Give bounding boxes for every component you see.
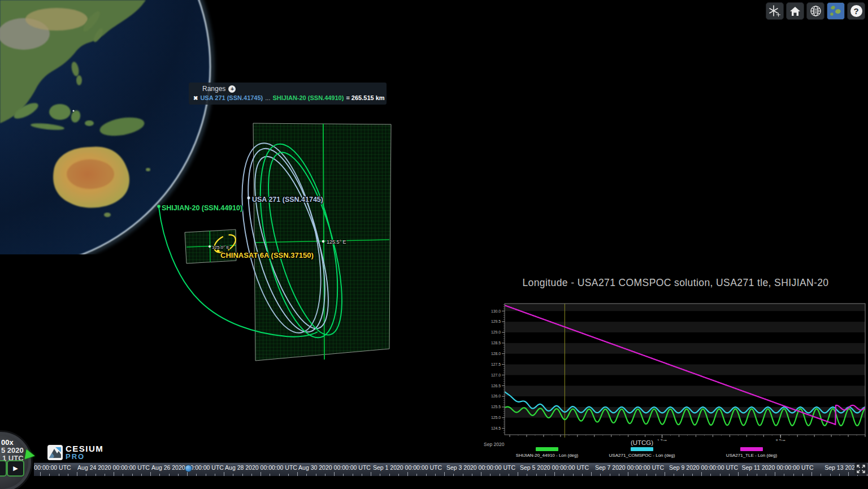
cesium-logo-icon xyxy=(47,445,63,460)
timeline-minor-tick xyxy=(105,474,105,476)
timeline-minor-tick xyxy=(123,474,123,476)
shijian20-label: SHIJIAN-20 (SSN.44910) xyxy=(162,204,242,212)
timeline-minor-tick xyxy=(830,474,831,476)
timeline-minor-tick xyxy=(720,474,721,476)
view-toolbar: ? xyxy=(766,2,865,20)
svg-text:130.0: 130.0 xyxy=(491,309,501,313)
timeline-tick-label: Aug 24 2020 00:00:00 UTC xyxy=(77,464,150,471)
timeline-minor-tick xyxy=(600,474,601,476)
x-axis-start-label: Sep 2020 xyxy=(484,442,504,447)
sparkle-button[interactable] xyxy=(766,2,784,20)
timeline-day-tick xyxy=(334,472,335,476)
legend-item-comspoc[interactable]: USA271_COMSPOC - Lon (deg) xyxy=(594,447,690,458)
brand-sub: PRO xyxy=(66,453,103,460)
timeline-tick-label: Sep 5 2020 00:00:00 UTC xyxy=(520,464,589,471)
svg-text:128.5: 128.5 xyxy=(491,341,501,345)
timeline-minor-tick xyxy=(398,474,399,476)
timeline-minor-tick xyxy=(316,474,316,476)
timeline-minor-tick xyxy=(426,474,427,476)
timeline-day-tick xyxy=(701,472,702,476)
svg-text:129.0: 129.0 xyxy=(491,330,501,334)
timeline-minor-tick xyxy=(527,474,527,476)
usa271-marker[interactable]: USA 271 (SSN.41745) xyxy=(247,196,323,204)
ranges-title: Ranges xyxy=(202,85,225,93)
base-layer-picker-button[interactable] xyxy=(827,2,845,20)
legend-label-comspoc: USA271_COMSPOC - Lon (deg) xyxy=(609,453,675,458)
timeline-minor-tick xyxy=(343,474,344,476)
svg-text:125.0° E: 125.0° E xyxy=(212,245,229,250)
timeline-minor-tick xyxy=(646,474,647,476)
svg-text:125.0: 125.0 xyxy=(491,416,501,419)
timeline-minor-tick xyxy=(619,474,619,476)
timeline-minor-tick xyxy=(536,474,537,476)
range-value: = 265.515 km xyxy=(346,94,384,101)
lon-marker-small: 125.0° E xyxy=(209,245,229,250)
chinasat-marker[interactable]: CHINASAT 6A (SSN.37150) xyxy=(216,249,313,259)
legend-label-shijian: SHIJIAN-20_44910 - Lon (deg) xyxy=(516,453,578,458)
globe-view-button[interactable] xyxy=(806,2,824,20)
svg-text:125.5° E: 125.5° E xyxy=(327,239,346,245)
timeline-minor-tick xyxy=(610,474,610,476)
range-entry: ✖ USA 271 (SSN.41745) ... SHIJIAN-20 (SS… xyxy=(193,94,382,101)
remove-range-icon[interactable]: ✖ xyxy=(193,95,198,101)
help-button[interactable]: ? xyxy=(847,2,865,20)
fullscreen-button[interactable] xyxy=(854,463,867,475)
timeline-minor-tick xyxy=(325,474,326,476)
timeline-minor-tick xyxy=(793,474,794,476)
timeline-minor-tick xyxy=(86,474,86,476)
timeline-tick-label: 00:00:00 UTC xyxy=(34,464,71,471)
timeline-scrubber[interactable] xyxy=(185,465,192,472)
svg-text:124.5: 124.5 xyxy=(491,426,501,430)
legend-swatch-shijian xyxy=(536,447,558,451)
timeline-day-tick xyxy=(628,472,628,476)
timeline-minor-tick xyxy=(729,474,730,476)
longitude-chart[interactable]: 130.0129.5129.0128.5128.0127.5127.0126.5… xyxy=(483,298,868,441)
timeline-day-tick xyxy=(518,472,518,476)
svg-text:127.5: 127.5 xyxy=(491,362,501,366)
timeline-minor-tick xyxy=(59,474,59,476)
svg-text:126.5: 126.5 xyxy=(491,384,501,388)
home-button[interactable] xyxy=(786,2,804,20)
timeline-tick-label: Sep 13 2020 xyxy=(824,464,858,471)
shuttle-ring-pointer[interactable] xyxy=(25,449,36,461)
pause-button[interactable] xyxy=(0,460,7,477)
timeline-minor-tick xyxy=(839,474,840,476)
cesium-logo[interactable]: CESIUM PRO xyxy=(47,445,103,460)
timeline-minor-tick xyxy=(96,474,96,476)
timeline-day-tick xyxy=(224,472,224,476)
svg-text:125.5: 125.5 xyxy=(491,405,501,409)
legend-item-tle[interactable]: USA271_TLE - Lon (deg) xyxy=(704,447,800,458)
ranges-panel: Ranges + ✖ USA 271 (SSN.41745) ... SHIJI… xyxy=(189,83,387,105)
timeline-day-tick xyxy=(77,472,77,476)
timeline-day-tick xyxy=(848,472,849,476)
legend-item-shijian[interactable]: SHIJIAN-20_44910 - Lon (deg) xyxy=(499,447,595,458)
timeline-minor-tick xyxy=(692,474,693,476)
timeline-minor-tick xyxy=(270,474,270,476)
timeline-tick-label: Aug 30 2020 00:00:00 UTC xyxy=(298,464,371,471)
timeline-minor-tick xyxy=(500,474,500,476)
timeline-minor-tick xyxy=(674,474,674,476)
timeline-day-tick xyxy=(407,472,408,476)
timeline-minor-tick xyxy=(453,474,454,476)
timeline-minor-tick xyxy=(683,474,684,476)
timeline-minor-tick xyxy=(710,474,711,476)
timeline-day-tick xyxy=(811,472,812,476)
timeline-bar[interactable]: 00:00:00 UTCAug 24 2020 00:00:00 UTCAug … xyxy=(34,462,868,476)
timeline-minor-tick xyxy=(353,474,353,476)
add-range-button[interactable]: + xyxy=(228,85,236,93)
timeline-minor-tick xyxy=(490,474,491,476)
timeline-day-tick xyxy=(665,472,665,476)
timeline-minor-tick xyxy=(178,474,179,476)
timeline-minor-tick xyxy=(279,474,280,476)
shijian20-marker[interactable]: SHIJIAN-20 (SSN.44910) xyxy=(157,204,242,212)
play-button[interactable]: ▶ xyxy=(7,460,24,477)
timeline-minor-tick xyxy=(306,474,307,476)
timeline-day-tick xyxy=(738,472,739,476)
timeline-day-tick xyxy=(261,472,261,476)
timeline-day-tick xyxy=(371,472,371,476)
timeline-day-tick xyxy=(481,472,481,476)
timeline-minor-tick xyxy=(573,474,574,476)
timeline-minor-tick xyxy=(509,474,509,476)
timeline-minor-tick xyxy=(416,474,417,476)
globe-icon xyxy=(810,5,822,17)
